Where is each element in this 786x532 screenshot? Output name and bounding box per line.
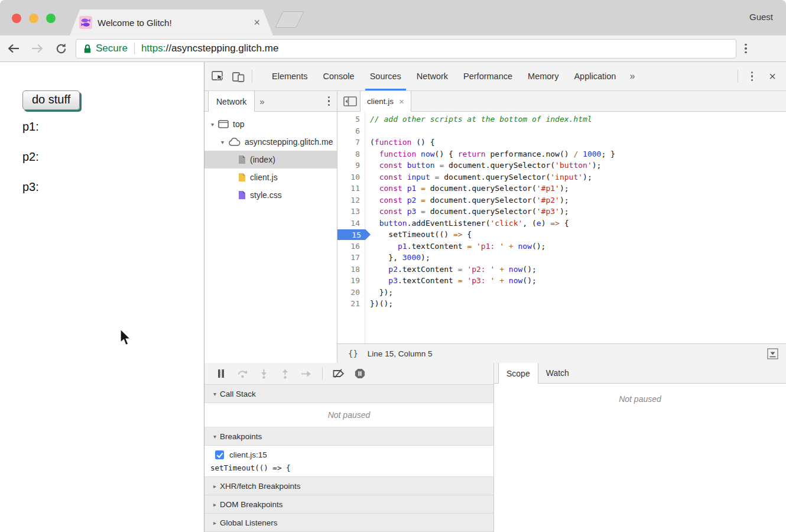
- line-number[interactable]: 16: [337, 241, 365, 252]
- scope-empty-message: Not paused: [494, 384, 786, 532]
- editor-tab-clientjs[interactable]: client.js ×: [360, 91, 411, 112]
- code-text[interactable]: (function () {: [365, 137, 435, 148]
- close-window-button[interactable]: [12, 14, 21, 23]
- pause-script-icon[interactable]: [210, 363, 232, 384]
- line-number[interactable]: 18: [337, 264, 365, 275]
- chevron-down-icon[interactable]: ▾: [208, 121, 217, 128]
- minimize-window-button[interactable]: [29, 14, 38, 23]
- code-text[interactable]: function now() { return performance.now(…: [365, 148, 615, 160]
- line-number[interactable]: 9: [337, 160, 365, 171]
- breakpoint-arrow-badge[interactable]: 15: [337, 229, 371, 241]
- breakpoints-section-header[interactable]: ▾ Breakpoints: [204, 427, 493, 446]
- navigator-more-tabs-icon[interactable]: »: [255, 91, 269, 111]
- code-text[interactable]: p3.textContent = 'p3: ' + now();: [365, 275, 537, 287]
- code-line-8: 8 function now() { return performance.no…: [337, 148, 786, 160]
- breakpoint-location-label[interactable]: client.js:15: [229, 450, 267, 459]
- navigator-menu-icon[interactable]: [328, 91, 337, 111]
- tab-memory[interactable]: Memory: [520, 62, 566, 90]
- tab-application[interactable]: Application: [566, 62, 623, 90]
- code-text[interactable]: [365, 125, 370, 137]
- breakpoint-checkbox[interactable]: [215, 450, 224, 459]
- line-number[interactable]: 5: [337, 113, 365, 125]
- code-text[interactable]: const p2 = document.querySelector('#p2')…: [365, 194, 569, 206]
- device-toolbar-icon[interactable]: [228, 66, 248, 86]
- toggle-navigator-icon[interactable]: [340, 91, 360, 111]
- step-out-icon[interactable]: [274, 363, 295, 384]
- tab-network[interactable]: Network: [409, 62, 456, 90]
- dom-breakpoints-section-header[interactable]: ▸ DOM Breakpoints: [204, 495, 493, 514]
- line-number[interactable]: 14: [337, 218, 365, 229]
- tab-scope[interactable]: Scope: [498, 363, 538, 384]
- back-icon[interactable]: [4, 38, 24, 59]
- profile-label[interactable]: Guest: [749, 12, 773, 22]
- secure-lock-icon: [83, 44, 92, 54]
- breakpoint-gutter-badge[interactable]: 15: [337, 229, 365, 241]
- code-text[interactable]: })();: [365, 298, 393, 310]
- tab-console[interactable]: Console: [315, 62, 362, 90]
- tab-watch[interactable]: Watch: [538, 363, 577, 383]
- pretty-print-icon[interactable]: {}: [348, 349, 358, 358]
- reload-icon[interactable]: [51, 38, 71, 59]
- tab-performance[interactable]: Performance: [456, 62, 520, 90]
- breakpoint-entry[interactable]: client.js:15 setTimeout(() => {: [204, 446, 493, 477]
- code-text[interactable]: button.addEventListener('click', (e) => …: [365, 218, 569, 229]
- code-text[interactable]: const button = document.querySelector('b…: [365, 160, 601, 171]
- step-into-icon[interactable]: [253, 363, 274, 384]
- breakpoints-title: Breakpoints: [220, 432, 262, 441]
- code-text[interactable]: // add other scripts at the bottom of in…: [365, 113, 592, 125]
- browser-menu-icon[interactable]: [745, 44, 747, 54]
- tab-elements[interactable]: Elements: [264, 62, 315, 90]
- step-over-icon[interactable]: [232, 363, 253, 384]
- line-number[interactable]: 6: [337, 125, 365, 137]
- address-bar[interactable]: Secure https://asyncstepping.glitch.me: [76, 39, 736, 59]
- line-number[interactable]: 10: [337, 171, 365, 183]
- code-text[interactable]: });: [365, 287, 393, 299]
- line-number[interactable]: 8: [337, 148, 365, 160]
- line-number[interactable]: 12: [337, 194, 365, 206]
- devtools-close-icon[interactable]: ×: [762, 70, 786, 83]
- navigator-tab-network[interactable]: Network: [208, 91, 255, 112]
- inspect-element-icon[interactable]: [208, 66, 228, 86]
- show-drawer-icon[interactable]: [767, 348, 778, 361]
- line-number[interactable]: 7: [337, 137, 365, 148]
- tree-item--index-[interactable]: (index): [204, 151, 337, 168]
- zoom-window-button[interactable]: [46, 14, 56, 23]
- code-line-11: 11 const p1 = document.querySelector('#p…: [337, 183, 786, 194]
- do-stuff-button[interactable]: do stuff: [22, 90, 80, 110]
- code-text[interactable]: setTimeout(() => {: [365, 229, 472, 241]
- step-icon[interactable]: [295, 363, 317, 384]
- line-number[interactable]: 19: [337, 275, 365, 287]
- editor-tab-close-icon[interactable]: ×: [399, 96, 404, 106]
- chevron-down-icon: ▾: [210, 433, 220, 440]
- more-tabs-icon[interactable]: »: [623, 71, 641, 82]
- pause-on-exceptions-icon[interactable]: [349, 363, 371, 384]
- tree-item-client.js[interactable]: client.js: [204, 168, 337, 186]
- code-text[interactable]: p1.textContent = 'p1: ' + now();: [365, 241, 545, 252]
- deactivate-breakpoints-icon[interactable]: [328, 363, 349, 384]
- line-number[interactable]: 17: [337, 252, 365, 264]
- chevron-down-icon[interactable]: ▾: [218, 139, 227, 145]
- forward-icon[interactable]: [27, 38, 47, 59]
- line-number[interactable]: 13: [337, 206, 365, 218]
- code-text[interactable]: const p1 = document.querySelector('#p1')…: [365, 183, 569, 194]
- code-text[interactable]: }, 3000);: [365, 252, 430, 264]
- devtools-menu-icon[interactable]: [742, 66, 762, 86]
- line-number[interactable]: 21: [337, 298, 365, 310]
- code-text[interactable]: p2.textContent = 'p2: ' + now();: [365, 264, 537, 275]
- code-text[interactable]: const p3 = document.querySelector('#p3')…: [365, 206, 569, 218]
- tree-item-asyncstepping.glitch.me[interactable]: ▾asyncstepping.glitch.me: [204, 133, 337, 151]
- browser-tab[interactable]: Welcome to Glitch! ×: [70, 9, 273, 35]
- line-number[interactable]: 20: [337, 287, 365, 299]
- global-listeners-section-header[interactable]: ▸ Global Listeners: [204, 514, 493, 532]
- xhr-breakpoints-section-header[interactable]: ▸ XHR/fetch Breakpoints: [204, 477, 493, 495]
- line-number[interactable]: 11: [337, 183, 365, 194]
- tree-item-style.css[interactable]: style.css: [204, 186, 337, 204]
- tree-item-top[interactable]: ▾top: [204, 115, 337, 133]
- code-text[interactable]: const input = document.querySelector('in…: [365, 171, 592, 183]
- new-tab-button[interactable]: [275, 11, 304, 28]
- code-editor[interactable]: 5// add other scripts at the bottom of i…: [337, 112, 786, 343]
- breakpoint-code-snippet[interactable]: setTimeout(() => {: [210, 463, 488, 472]
- call-stack-section-header[interactable]: ▾ Call Stack: [204, 385, 493, 403]
- tab-close-icon[interactable]: ×: [254, 17, 260, 28]
- tab-sources[interactable]: Sources: [362, 62, 409, 90]
